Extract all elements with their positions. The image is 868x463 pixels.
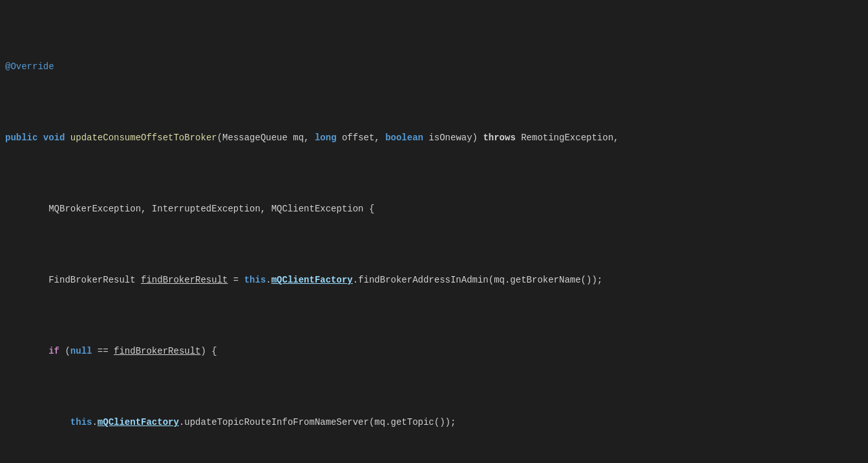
code-line: this.mQClientFactory.updateTopicRouteInf… xyxy=(0,415,868,429)
code-editor: @Override public void updateConsumeOffse… xyxy=(0,0,868,463)
code-line: @Override xyxy=(0,59,868,74)
code-line: public void updateConsumeOffsetToBroker(… xyxy=(0,131,868,145)
code-line: if (null == findBrokerResult) { xyxy=(0,344,868,358)
code-line: MQBrokerException, InterruptedException,… xyxy=(0,202,868,216)
code-line: FindBrokerResult findBrokerResult = this… xyxy=(0,273,868,287)
